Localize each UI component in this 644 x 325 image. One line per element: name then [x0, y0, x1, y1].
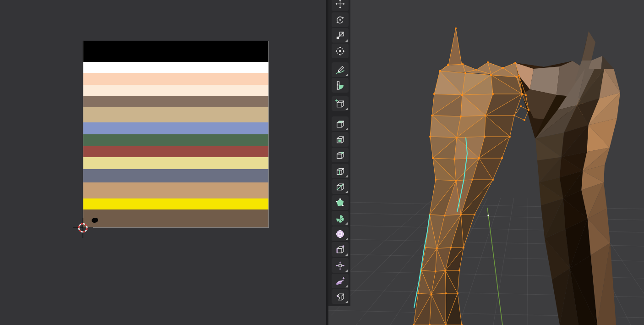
tool-inset-button[interactable] [332, 132, 349, 147]
floor-grid-line [493, 198, 514, 325]
subtool-indicator [345, 39, 348, 42]
tool-loop-cut-button[interactable] [332, 164, 349, 178]
edit-vertex [455, 28, 457, 29]
edit-vertex [528, 109, 529, 111]
palette-stripe-6 [83, 122, 268, 134]
image-editor-panel[interactable] [0, 0, 326, 325]
palette-stripe-7 [83, 134, 268, 146]
loop-cut-tool-icon [335, 166, 345, 176]
mesh-facet [582, 31, 595, 61]
palette-stripe-0 [83, 41, 268, 62]
subtool-indicator [345, 270, 348, 272]
edit-vertex [520, 105, 522, 107]
viewport-3d[interactable] [328, 0, 644, 325]
move-tool-icon [335, 0, 345, 9]
subtool-indicator [345, 285, 348, 287]
inset-tool-icon [335, 134, 345, 145]
measure-tool-icon [335, 80, 345, 91]
tool-shear-button[interactable] [332, 274, 349, 288]
edit-vertex [462, 63, 464, 65]
knife-tool-icon [335, 182, 345, 192]
tool-smooth-button[interactable] [332, 226, 349, 241]
y-axis-line [487, 208, 502, 325]
palette-stripe-13 [83, 209, 268, 228]
annotate-tool-icon [335, 65, 345, 75]
subtool-indicator [345, 108, 348, 110]
subtool-indicator [345, 301, 348, 303]
poly-build-tool-icon [335, 198, 345, 208]
palette-stripe-1 [83, 62, 268, 73]
white-dot [488, 215, 489, 216]
extrude-tool-icon [335, 119, 345, 129]
edit-vertex [514, 62, 516, 64]
shrink-fatten-tool-icon [335, 260, 345, 271]
tool-annotate-button[interactable] [332, 62, 349, 77]
palette-stripe-12 [83, 198, 268, 209]
tool-knife-button[interactable] [332, 179, 349, 194]
subtool-indicator [345, 175, 348, 177]
workspace [0, 0, 644, 325]
tool-bevel-button[interactable] [332, 148, 349, 162]
floor-grid-line [527, 198, 528, 325]
rip-region-tool-icon [335, 292, 345, 302]
palette-stripe-5 [83, 107, 268, 122]
edit-vertex [487, 61, 489, 63]
tool-transform-button[interactable] [332, 44, 349, 58]
subtool-indicator [345, 253, 348, 256]
viewport-scene[interactable] [328, 0, 644, 325]
edge-slide-tool-icon [335, 244, 345, 255]
tool-shrink-fatten-button[interactable] [332, 258, 349, 273]
palette-stripe-3 [83, 85, 268, 96]
rotate-tool-icon [335, 15, 345, 25]
edit-vertex [475, 69, 477, 71]
tool-spin-button[interactable] [332, 211, 349, 226]
palette-stripe-11 [83, 182, 268, 198]
subtool-indicator [345, 222, 348, 225]
edit-vertex [525, 94, 527, 96]
bevel-tool-icon [335, 150, 345, 160]
spin-tool-icon [335, 213, 345, 224]
add-cube-tool-icon [335, 99, 345, 109]
scale-tool-icon [335, 30, 345, 41]
shear-tool-icon [335, 276, 345, 286]
palette-stripe-2 [83, 73, 268, 85]
palette-stripe-8 [83, 146, 268, 157]
tool-scale-button[interactable] [332, 28, 349, 43]
tool-add-cube-button[interactable] [332, 96, 349, 111]
tool-rip-region-button[interactable] [332, 289, 349, 304]
palette-stripe-9 [83, 157, 268, 169]
toolbar [328, 0, 350, 306]
smooth-tool-icon [335, 229, 345, 239]
edit-vertex [518, 75, 520, 77]
tool-measure-button[interactable] [332, 78, 349, 93]
tool-move-button[interactable] [332, 0, 349, 11]
edit-vertex [524, 119, 525, 121]
palette-stripe-4 [83, 96, 268, 107]
transform-tool-icon [335, 46, 345, 56]
palette-stripe-10 [83, 169, 268, 182]
tool-rotate-button[interactable] [332, 12, 349, 27]
tool-edge-slide-button[interactable] [332, 242, 349, 257]
subtool-indicator [345, 238, 348, 240]
subtool-indicator [345, 128, 348, 130]
mesh-facet [448, 28, 462, 66]
edit-vertex [447, 64, 449, 66]
subtool-indicator [345, 191, 348, 193]
palette-image[interactable] [83, 41, 269, 228]
subtool-indicator [345, 74, 348, 76]
tool-extrude-button[interactable] [332, 116, 349, 131]
tool-poly-build-button[interactable] [332, 195, 349, 210]
edit-vertex [502, 67, 504, 69]
